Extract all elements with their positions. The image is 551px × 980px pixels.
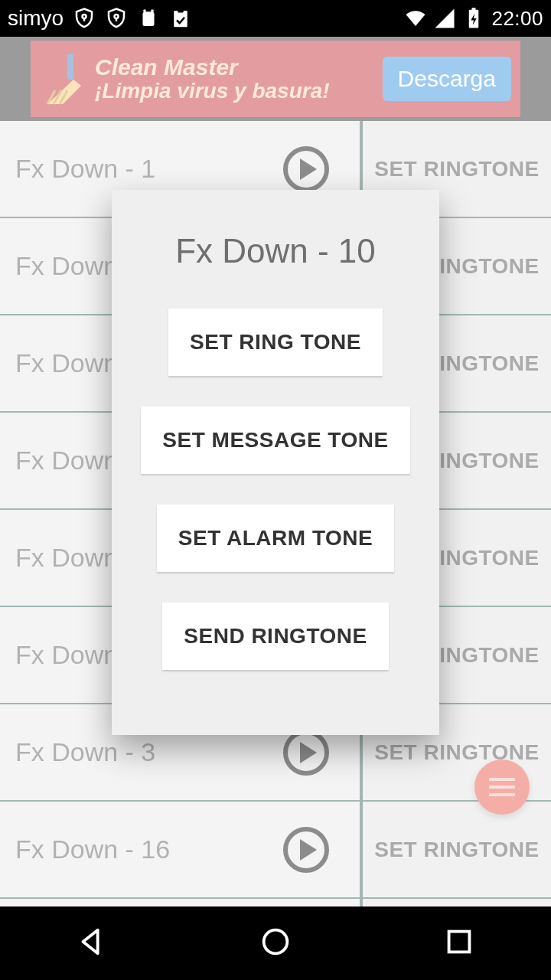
set-alarm-tone-button[interactable]: SET ALARM TONE <box>157 505 394 572</box>
shield-icon <box>105 7 128 30</box>
home-icon[interactable] <box>258 924 293 962</box>
svg-point-1 <box>115 15 119 18</box>
dialog-title: Fx Down - 10 <box>175 232 376 270</box>
svg-rect-4 <box>143 11 155 16</box>
svg-point-10 <box>264 930 288 954</box>
back-icon[interactable] <box>74 924 109 962</box>
send-ringtone-button[interactable]: SEND RINGTONE <box>162 603 388 670</box>
set-ring-tone-button[interactable]: SET RING TONE <box>168 309 383 376</box>
clock: 22:00 <box>491 7 543 31</box>
wifi-icon <box>404 7 427 30</box>
svg-rect-5 <box>174 11 187 27</box>
status-bar: simyo 22:00 <box>0 0 551 37</box>
recents-icon[interactable] <box>442 924 477 962</box>
android-icon <box>137 7 160 30</box>
battery-charging-icon <box>462 7 485 30</box>
svg-rect-6 <box>178 9 184 13</box>
signal-icon <box>433 7 456 30</box>
svg-rect-11 <box>449 932 470 952</box>
svg-point-0 <box>83 15 86 18</box>
svg-rect-8 <box>472 8 476 11</box>
set-message-tone-button[interactable]: SET MESSAGE TONE <box>141 407 409 474</box>
clipboard-icon <box>169 7 192 30</box>
shield-icon <box>73 7 96 30</box>
carrier-label: simyo <box>8 6 64 31</box>
navigation-bar <box>0 906 551 980</box>
ringtone-options-dialog: Fx Down - 10 SET RING TONE SET MESSAGE T… <box>112 190 439 735</box>
